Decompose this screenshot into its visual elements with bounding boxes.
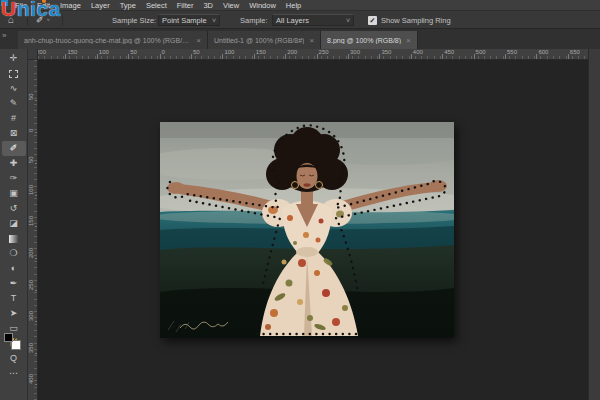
tool-preset-button[interactable]: ✐ ˅ — [36, 11, 50, 29]
ruler-origin-corner — [28, 49, 38, 60]
eyedropper-icon: ✐ — [36, 11, 44, 29]
move-tool-icon: ✛ — [10, 51, 18, 66]
ruler-label: 250 — [28, 280, 34, 290]
photo-woman-arms-outstretched — [160, 122, 454, 338]
menu-item-view[interactable]: View — [218, 0, 244, 11]
tab-title: 8.png @ 100% (RGB/8) — [327, 37, 401, 44]
show-sampling-ring-checkbox[interactable]: ✓ — [368, 16, 377, 25]
foreground-color-swatch[interactable] — [4, 333, 13, 342]
dodge-tool[interactable]: ◐ — [2, 261, 26, 276]
gradient-tool[interactable] — [2, 231, 26, 246]
eyedropper-tool[interactable]: ✐ — [2, 141, 26, 156]
clone-stamp-tool[interactable]: ▣ — [2, 186, 26, 201]
tab-overflow-icon[interactable]: » — [2, 31, 6, 40]
ruler-label: 200 — [287, 49, 297, 55]
gradient-icon — [9, 235, 19, 243]
blur-tool[interactable]: ❍ — [2, 246, 26, 261]
zoom-tool-icon: Q — [10, 351, 17, 366]
ruler-label: 150 — [256, 49, 266, 55]
type-tool[interactable]: T — [2, 291, 26, 306]
pen-tool-icon: ✒ — [10, 276, 18, 291]
menu-item-edit[interactable]: Edit — [32, 0, 55, 11]
eraser-tool-icon: ◪ — [9, 216, 18, 231]
path-selection-tool[interactable]: ➤ — [2, 306, 26, 321]
clone-stamp-tool-icon: ▣ — [9, 186, 18, 201]
document-tabs: anh-chup-truoc-guong-che-mat.jpg @ 100% … — [18, 31, 418, 49]
eyedropper-tool-icon: ✐ — [10, 141, 18, 156]
brush-tool-icon: ✑ — [10, 171, 18, 186]
ruler-label: 50 — [130, 49, 137, 55]
options-separator — [62, 14, 63, 26]
edit-toolbar[interactable]: ⋯ — [2, 366, 26, 381]
show-sampling-ring-label: Show Sampling Ring — [381, 11, 451, 29]
menu-item-3d[interactable]: 3D — [198, 0, 218, 11]
options-separator — [27, 14, 28, 26]
ruler-label: 550 — [507, 49, 517, 55]
ruler-label: 600 — [538, 49, 548, 55]
pen-tool[interactable]: ✒ — [2, 276, 26, 291]
frame-tool[interactable]: ⊠ — [2, 126, 26, 141]
ruler-label: 0 — [162, 49, 165, 55]
ruler-label: 450 — [444, 49, 454, 55]
tab-title: anh-chup-truoc-guong-che-mat.jpg @ 100% … — [24, 37, 191, 44]
menu-item-window[interactable]: Window — [244, 0, 281, 11]
close-icon[interactable]: × — [309, 36, 314, 45]
sample-size-label: Sample Size: — [112, 11, 156, 29]
color-swatches[interactable] — [3, 333, 25, 351]
menu-item-file[interactable]: File — [10, 0, 32, 11]
brush-tool[interactable]: ✑ — [2, 171, 26, 186]
document-tab-strip: » anh-chup-truoc-guong-che-mat.jpg @ 100… — [0, 29, 600, 49]
scrollbar-vertical[interactable] — [588, 49, 600, 400]
ruler-label: 50 — [193, 49, 200, 55]
blur-tool-icon: ❍ — [9, 246, 17, 261]
menu-bar: FileEditImageLayerTypeSelectFilter3DView… — [0, 0, 600, 11]
vertical-ruler: 50050100150200250300350400 — [28, 60, 38, 400]
path-selection-tool-icon: ➤ — [10, 306, 18, 321]
document-tab-1[interactable]: anh-chup-truoc-guong-che-mat.jpg @ 100% … — [18, 31, 208, 49]
menu-item-layer[interactable]: Layer — [86, 0, 115, 11]
menu-item-help[interactable]: Help — [281, 0, 306, 11]
document-tab-2[interactable]: Untitled-1 @ 100% (RGB/8#)× — [208, 31, 321, 49]
menu-item-type[interactable]: Type — [115, 0, 141, 11]
lasso-tool[interactable]: ∿ — [2, 81, 26, 96]
zoom-tool[interactable]: Q — [2, 351, 26, 366]
ruler-label: 250 — [319, 49, 329, 55]
eraser-tool[interactable]: ◪ — [2, 216, 26, 231]
ruler-label: 150 — [67, 49, 77, 55]
ruler-label: 350 — [28, 343, 34, 353]
close-icon[interactable]: × — [196, 36, 201, 45]
ruler-label: 200 — [28, 248, 34, 258]
ruler-label: 50 — [28, 93, 34, 100]
sample-size-dropdown[interactable]: Point Sample ˅ — [158, 14, 220, 26]
ruler-label: 100 — [28, 185, 34, 195]
options-bar: ⌂ ✐ ˅ Sample Size: Point Sample ˅ Sample… — [0, 11, 600, 29]
crop-tool[interactable]: # — [2, 111, 26, 126]
move-tool[interactable]: ✛ — [2, 51, 26, 66]
check-icon: ✓ — [370, 17, 376, 25]
photo-canvas[interactable] — [160, 122, 454, 338]
lasso-tool-icon: ∿ — [10, 81, 18, 96]
marquee-icon — [9, 70, 18, 78]
healing-brush-tool[interactable]: ✚ — [2, 156, 26, 171]
dodge-tool-icon: ◐ — [11, 261, 16, 276]
ruler-label: 400 — [413, 49, 423, 55]
quick-selection-tool[interactable]: ✎ — [2, 96, 26, 111]
menu-item-select[interactable]: Select — [141, 0, 172, 11]
ruler-label: 150 — [28, 216, 34, 226]
quick-selection-tool-icon: ✎ — [10, 96, 18, 111]
menu-item-filter[interactable]: Filter — [172, 0, 199, 11]
history-brush-tool[interactable]: ↺ — [2, 201, 26, 216]
history-brush-tool-icon: ↺ — [10, 201, 18, 216]
ruler-label: 650 — [570, 49, 580, 55]
sample-dropdown[interactable]: All Layers ˅ — [272, 14, 354, 26]
ruler-label: 350 — [381, 49, 391, 55]
ruler-label: 400 — [28, 374, 34, 384]
ruler-label: 200 — [38, 49, 46, 55]
home-button[interactable]: ⌂ — [8, 11, 14, 29]
chevron-down-icon: ˅ — [346, 17, 350, 24]
document-tab-3[interactable]: 8.png @ 100% (RGB/8)× — [321, 31, 418, 49]
close-icon[interactable]: × — [406, 36, 411, 45]
crop-tool-icon: # — [11, 111, 16, 126]
menu-item-image[interactable]: Image — [55, 0, 86, 11]
rectangular-marquee-tool[interactable] — [2, 66, 26, 81]
